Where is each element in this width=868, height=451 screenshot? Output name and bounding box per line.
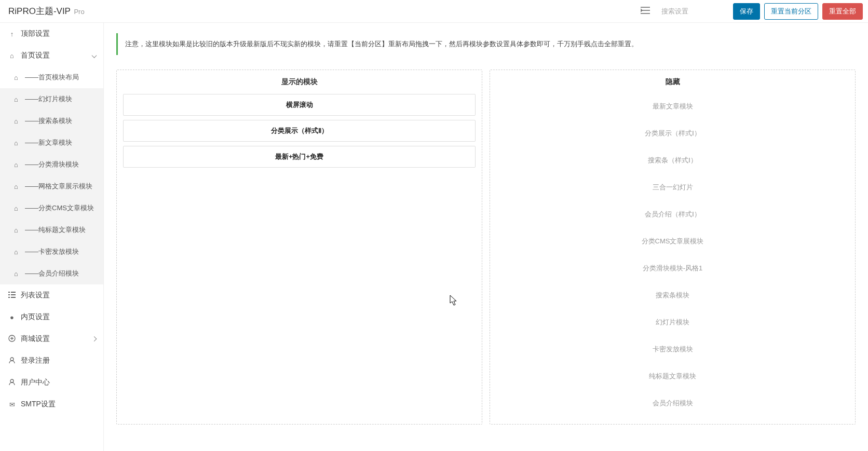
module-item[interactable]: 最新文章模块 — [496, 94, 849, 119]
subnav-card-release[interactable]: ⌂ ——卡密发放模块 — [0, 241, 103, 263]
save-button[interactable]: 保存 — [733, 3, 760, 20]
svg-rect-5 — [11, 297, 16, 298]
module-item[interactable]: 幻灯片模块 — [496, 310, 849, 335]
sidebar: ↑ 顶部设置 ⌂ 首页设置 ⌂ ——首页模块布局 ⌂ ——幻灯片模块 ⌂ ——搜… — [0, 23, 104, 451]
nav-top-settings[interactable]: ↑ 顶部设置 — [0, 23, 103, 45]
module-item[interactable]: 会员介绍（样式Ⅰ） — [496, 202, 849, 227]
svg-rect-4 — [8, 297, 10, 298]
nav-label: SMTP设置 — [21, 400, 56, 409]
search-input[interactable] — [656, 4, 729, 18]
module-item[interactable]: 搜索条（样式Ⅰ） — [496, 148, 849, 173]
nav-login-register[interactable]: 登录注册 — [0, 350, 103, 372]
subnav-title-only[interactable]: ⌂ ——纯标题文章模块 — [0, 219, 103, 241]
nav-label: 首页设置 — [21, 51, 50, 60]
header-actions: 保存 重置当前分区 重置全部 — [639, 3, 863, 20]
nav-list-settings[interactable]: 列表设置 — [0, 284, 103, 306]
home-icon: ⌂ — [11, 248, 21, 256]
svg-point-8 — [10, 379, 13, 382]
hidden-modules-column[interactable]: 隐藏 最新文章模块 分类展示（样式Ⅰ） 搜索条（样式Ⅰ） 三合一幻灯片 会员介绍… — [490, 70, 856, 425]
nav-label: ——分类滑块模块 — [25, 160, 79, 169]
nav-label: ——分类CMS文章模块 — [25, 203, 94, 213]
module-item[interactable]: 卡密发放模块 — [496, 337, 849, 362]
module-item[interactable]: 最新+热门+免费 — [123, 146, 476, 168]
svg-point-7 — [10, 358, 13, 361]
subnav-grid-article[interactable]: ⌂ ——网格文章展示模块 — [0, 175, 103, 197]
nav-label: ——搜索条模块 — [25, 116, 72, 126]
module-item[interactable]: 会员介绍模块 — [496, 391, 849, 416]
home-icon: ⌂ — [11, 95, 21, 103]
header: RiPRO主题-VIP Pro 保存 重置当前分区 重置全部 — [0, 0, 868, 23]
app-title: RiPRO主题-VIP Pro — [5, 5, 85, 17]
nav-label: ——首页模块布局 — [25, 73, 79, 82]
module-item[interactable]: 纯标题文章模块 — [496, 364, 849, 389]
notice-banner: 注意，这里模块如果是比较旧的版本升级最新版后不现实新的模块，请重置【当前分区】重… — [116, 33, 856, 55]
nav-label: 登录注册 — [21, 356, 50, 365]
subnav-slideshow[interactable]: ⌂ ——幻灯片模块 — [0, 88, 103, 110]
envelope-icon: ✉ — [7, 401, 17, 408]
reset-all-button[interactable]: 重置全部 — [822, 3, 863, 20]
module-item[interactable]: 横屏滚动 — [123, 94, 476, 116]
content: 注意，这里模块如果是比较旧的版本升级最新版后不现实新的模块，请重置【当前分区】重… — [104, 23, 868, 451]
svg-rect-1 — [11, 292, 16, 293]
nav-label: 商城设置 — [21, 334, 50, 344]
module-item[interactable]: 分类展示（样式Ⅱ） — [123, 120, 476, 142]
hidden-column-title: 隐藏 — [490, 70, 855, 94]
home-icon: ⌂ — [11, 226, 21, 234]
reset-section-button[interactable]: 重置当前分区 — [764, 3, 818, 20]
svg-rect-0 — [8, 292, 10, 293]
user-icon — [7, 357, 17, 365]
module-item[interactable]: 分类滑块模块-风格1 — [496, 256, 849, 281]
home-icon: ⌂ — [11, 183, 21, 190]
circle-icon: ● — [7, 313, 17, 321]
home-icon: ⌂ — [11, 204, 21, 212]
module-sortable-area: 显示的模块 横屏滚动 分类展示（样式Ⅱ） 最新+热门+免费 隐藏 最新文章模块 … — [104, 70, 868, 445]
home-icon: ⌂ — [11, 139, 21, 147]
subnav-home-layout[interactable]: ⌂ ——首页模块布局 — [0, 66, 103, 88]
user-icon — [7, 378, 17, 387]
subnav-search-bar[interactable]: ⌂ ——搜索条模块 — [0, 110, 103, 132]
nav-label: 用户中心 — [21, 378, 50, 387]
nav-home-settings[interactable]: ⌂ 首页设置 — [0, 45, 103, 66]
nav-inner-settings[interactable]: ● 内页设置 — [0, 306, 103, 328]
hidden-module-list: 最新文章模块 分类展示（样式Ⅰ） 搜索条（样式Ⅰ） 三合一幻灯片 会员介绍（样式… — [490, 94, 855, 424]
svg-rect-3 — [11, 294, 16, 295]
home-icon: ⌂ — [11, 117, 21, 125]
nav-home-children: ⌂ ——首页模块布局 ⌂ ——幻灯片模块 ⌂ ——搜索条模块 ⌂ ——新文章模块… — [0, 66, 103, 284]
expand-icon[interactable] — [639, 5, 652, 18]
subnav-category-slider[interactable]: ⌂ ——分类滑块模块 — [0, 154, 103, 175]
plus-circle-icon — [7, 335, 17, 344]
module-item[interactable]: 分类展示（样式Ⅰ） — [496, 121, 849, 146]
svg-rect-2 — [8, 294, 10, 295]
arrow-up-icon: ↑ — [7, 30, 17, 38]
nav-label: ——纯标题文章模块 — [25, 225, 86, 235]
list-icon — [7, 292, 17, 299]
home-icon: ⌂ — [11, 161, 21, 169]
nav-user-center[interactable]: 用户中心 — [0, 372, 103, 393]
nav-label: 内页设置 — [21, 312, 50, 322]
subnav-new-article[interactable]: ⌂ ——新文章模块 — [0, 132, 103, 154]
nav-smtp-settings[interactable]: ✉ SMTP设置 — [0, 393, 103, 415]
nav-label: 顶部设置 — [21, 29, 50, 38]
home-icon: ⌂ — [7, 52, 17, 60]
module-item[interactable]: 搜索条模块 — [496, 283, 849, 308]
nav-label: ——幻灯片模块 — [25, 94, 72, 104]
subnav-member-intro[interactable]: ⌂ ——会员介绍模块 — [0, 263, 103, 284]
home-icon: ⌂ — [11, 74, 21, 81]
shown-module-list: 横屏滚动 分类展示（样式Ⅱ） 最新+热门+免费 — [117, 94, 482, 178]
nav-label: ——网格文章展示模块 — [25, 182, 92, 191]
nav-label: ——卡密发放模块 — [25, 247, 79, 256]
home-icon: ⌂ — [11, 270, 21, 278]
nav-label: ——会员介绍模块 — [25, 269, 79, 278]
module-item[interactable]: 三合一幻灯片 — [496, 175, 849, 200]
nav-shop-settings[interactable]: 商城设置 — [0, 328, 103, 350]
subnav-category-cms[interactable]: ⌂ ——分类CMS文章模块 — [0, 197, 103, 219]
nav-label: 列表设置 — [21, 291, 50, 300]
nav-label: ——新文章模块 — [25, 138, 72, 147]
shown-column-title: 显示的模块 — [117, 70, 482, 94]
module-item[interactable]: 分类CMS文章展模块 — [496, 229, 849, 254]
shown-modules-column[interactable]: 显示的模块 横屏滚动 分类展示（样式Ⅱ） 最新+热门+免费 — [116, 70, 482, 425]
